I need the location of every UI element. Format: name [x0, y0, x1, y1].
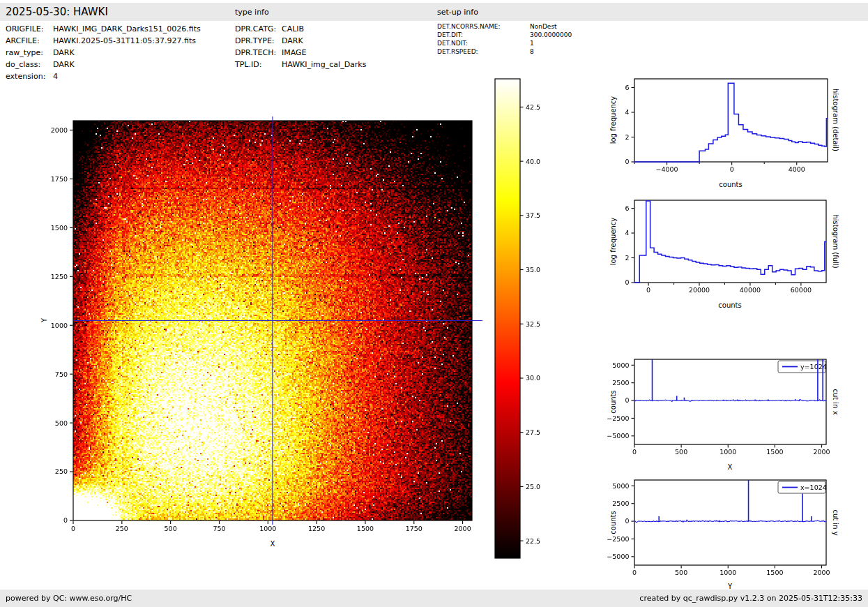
tick-label: 2000: [813, 448, 830, 456]
tick-label: 1500: [357, 525, 374, 532]
tick-label: 0: [625, 396, 629, 404]
tick-label: 4: [625, 229, 629, 237]
tick-label: 0: [625, 158, 629, 165]
tick-label: 250: [116, 525, 128, 532]
tick-label: 5000: [612, 361, 629, 369]
tick-label: 1500: [766, 569, 783, 576]
tick-label: 1500: [51, 224, 68, 232]
tick-label: 500: [675, 448, 687, 456]
tick-label: 6: [625, 84, 629, 91]
histogram-detail-curve: [634, 83, 828, 162]
tick-label: 750: [213, 525, 225, 532]
tick-label: 1750: [51, 175, 68, 183]
tick-label: 4: [625, 108, 629, 116]
tick-label: 250: [55, 467, 68, 475]
tick-label: 0: [730, 165, 734, 173]
tick-label: 1250: [308, 525, 325, 532]
tick-label: 30.0: [526, 374, 540, 382]
tick-label: 60000: [791, 286, 812, 294]
cut-in-x-baseline: [634, 400, 826, 402]
tick-label: −5000: [607, 432, 629, 440]
tick-label: 1000: [259, 525, 276, 532]
tick-label: x=1024: [800, 484, 827, 491]
tick-label: 0: [63, 516, 68, 524]
tick-label: 42.5: [526, 103, 540, 111]
tick-label: 500: [55, 419, 68, 427]
tick-label: 2000: [455, 525, 471, 532]
tick-label: 0: [632, 448, 637, 456]
tick-label: 32.5: [526, 320, 540, 328]
tick-label: 6: [625, 204, 629, 212]
tick-label: 37.5: [526, 211, 540, 219]
tick-label: 35.0: [526, 266, 540, 273]
tick-label: 0: [625, 517, 629, 525]
tick-label: 0: [632, 569, 637, 576]
colorbar-box: [495, 79, 520, 558]
tick-label: 500: [165, 525, 177, 532]
tick-label: 1500: [766, 448, 783, 456]
tick-label: 4000: [789, 165, 805, 173]
cut-in-y-baseline: [634, 520, 826, 523]
tick-label: 20000: [689, 286, 710, 294]
tick-label: 2500: [612, 379, 629, 387]
tick-label: 0: [625, 278, 629, 286]
tick-label: 2: [625, 254, 629, 262]
histogram-full-axes-box: [634, 200, 826, 283]
tick-label: 0: [646, 286, 650, 294]
tick-label: 1000: [719, 569, 736, 576]
tick-label: 2: [625, 133, 629, 141]
histogram-full-curve: [634, 201, 826, 283]
footer-right-text: created by qc_rawdisp.py v1.2.3 on 2025-…: [639, 594, 862, 603]
tick-label: 2500: [612, 500, 629, 507]
tick-label: 2000: [51, 126, 68, 134]
tick-label: 5000: [612, 482, 629, 490]
tick-label: 25.0: [526, 483, 540, 490]
tick-label: −5000: [607, 553, 629, 560]
tick-label: −2500: [607, 535, 629, 543]
tick-label: 1750: [406, 525, 422, 532]
plots-overlay: 0250500750100012501500175020000250500750…: [0, 0, 868, 607]
qc-report-page: 2025-05-30: HAWKI type info set-up info …: [0, 0, 868, 607]
tick-label: 500: [675, 569, 687, 576]
tick-label: 1000: [51, 322, 68, 329]
tick-label: 40000: [740, 286, 761, 294]
footer-left-text: powered by QC: www.eso.org/HC: [6, 594, 132, 603]
histogram-detail-axes-box: [634, 79, 828, 162]
tick-label: −2500: [607, 414, 629, 422]
tick-label: 1000: [719, 448, 736, 456]
tick-label: 27.5: [526, 428, 540, 436]
tick-label: 750: [55, 370, 68, 378]
tick-label: 2000: [813, 569, 830, 576]
tick-label: 0: [71, 525, 75, 532]
tick-label: 22.5: [526, 537, 540, 545]
tick-label: 1250: [51, 273, 68, 280]
tick-label: 40.0: [526, 158, 540, 165]
tick-label: −4000: [655, 165, 678, 173]
